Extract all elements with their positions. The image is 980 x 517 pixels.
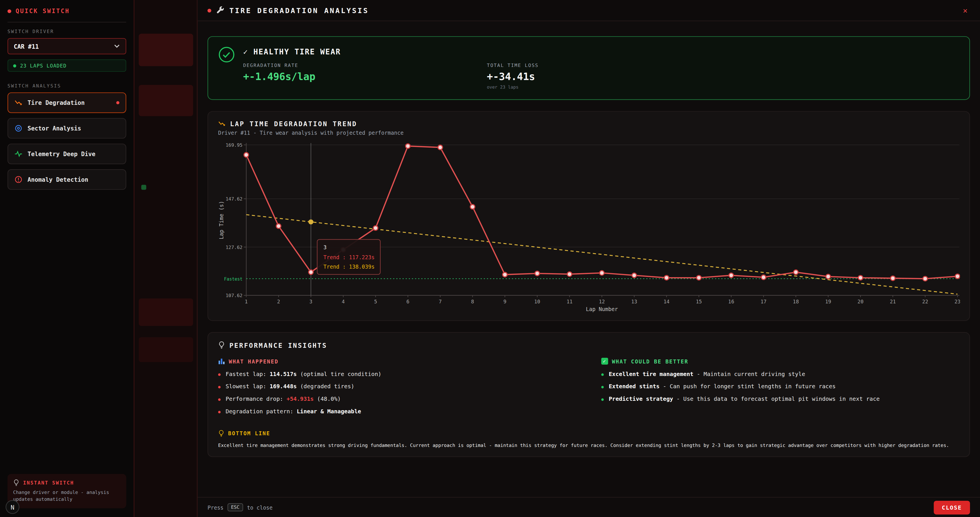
svg-text:17: 17 — [760, 299, 767, 304]
tooltip-lap-number: 3 — [323, 244, 375, 251]
modal-header: TIRE DEGRADATION ANALYSIS ✕ — [197, 0, 980, 21]
svg-text:15: 15 — [696, 299, 702, 304]
pulse-icon — [14, 150, 22, 158]
close-button[interactable]: CLOSE — [934, 501, 970, 514]
tooltip-row: Trend : 117.223s — [323, 254, 375, 260]
total-time-loss-value: +-34.41s — [487, 71, 539, 82]
what-could-be-better-header: ✓ WHAT COULD BE BETTER — [601, 358, 959, 365]
switch-analysis-label: SWITCH ANALYSIS — [7, 83, 126, 89]
chevron-down-icon — [114, 44, 120, 49]
module-label: Anomaly Detection — [27, 176, 88, 183]
performance-insights-card: PERFORMANCE INSIGHTS WHAT HAPPENED — [208, 332, 970, 457]
bullet-icon — [601, 373, 604, 376]
degradation-rate-label: DEGRADATION RATE — [243, 62, 487, 68]
press-label: Press — [208, 504, 224, 511]
bullet-icon — [218, 386, 221, 389]
active-status-dot — [116, 101, 119, 104]
total-time-loss-stat: TOTAL TIME LOSS +-34.41s over 23 laps — [487, 62, 539, 90]
alert-icon — [14, 176, 22, 184]
module-telemetry-deep-dive[interactable]: Telemetry Deep Dive — [7, 144, 126, 164]
tire-degradation-modal: TIRE DEGRADATION ANALYSIS ✕ ✓ HEALTHY TI… — [197, 0, 980, 517]
instant-switch-label: INSTANT SWITCH — [23, 480, 74, 486]
lightbulb-icon — [13, 479, 19, 487]
target-icon — [14, 124, 22, 132]
to-close-label: to close — [247, 504, 273, 511]
chart-title: LAP TIME DEGRADATION TREND — [230, 120, 357, 127]
instant-switch-title: INSTANT SWITCH — [13, 479, 121, 487]
bottom-line-title: BOTTOM LINE — [228, 430, 270, 436]
check-circle-icon — [218, 46, 235, 63]
total-time-loss-label: TOTAL TIME LOSS — [487, 62, 539, 68]
background-panel — [139, 85, 193, 116]
insight-item: Degradation pattern: Linear & Manageable — [218, 409, 576, 415]
insight-item: Performance drop: +54.931s (48.0%) — [218, 396, 576, 402]
svg-text:20: 20 — [858, 299, 863, 304]
svg-text:8: 8 — [471, 299, 474, 304]
svg-text:107.62: 107.62 — [226, 293, 242, 298]
background-panel — [139, 33, 193, 66]
sidebar-title: QUICK SWITCH — [7, 6, 126, 14]
module-anomaly-detection[interactable]: Anomaly Detection — [7, 169, 126, 190]
lap-time-chart-card: LAP TIME DEGRADATION TREND Driver #11 - … — [208, 111, 970, 321]
svg-text:1: 1 — [245, 299, 248, 304]
svg-text:Lap Time (s): Lap Time (s) — [218, 201, 224, 239]
svg-text:2: 2 — [277, 299, 280, 304]
lap-time-degradation-chart[interactable]: 107.62127.62147.62169.951234567891011121… — [218, 140, 960, 312]
bullet-icon — [601, 398, 604, 401]
total-time-loss-sub: over 23 laps — [487, 85, 539, 90]
degradation-rate-value: +-1.496s/lap — [243, 71, 487, 82]
svg-text:3: 3 — [309, 299, 312, 304]
svg-text:23: 23 — [955, 299, 960, 304]
module-tire-degradation[interactable]: Tire Degradation — [7, 92, 126, 113]
chart-tooltip: 3 Trend : 117.223s Trend : 138.039s — [317, 239, 381, 275]
instant-switch-description: Change driver or module - analysis updat… — [13, 490, 121, 503]
dimmed-background — [135, 0, 197, 517]
lightbulb-icon — [218, 430, 224, 437]
module-sector-analysis[interactable]: Sector Analysis — [7, 118, 126, 138]
svg-text:127.62: 127.62 — [226, 245, 242, 250]
insight-item: Slowest lap: 169.448s (degraded tires) — [218, 384, 576, 390]
insights-title-row: PERFORMANCE INSIGHTS — [218, 341, 959, 349]
chart-subtitle: Driver #11 - Tire wear analysis with pro… — [218, 130, 959, 136]
bottom-line-header: BOTTOM LINE — [218, 430, 959, 437]
summary-stats: DEGRADATION RATE +-1.496s/lap TOTAL TIME… — [243, 62, 959, 90]
svg-text:5: 5 — [374, 299, 377, 304]
svg-text:4: 4 — [342, 299, 345, 304]
modal-footer: Press ESC to close CLOSE — [197, 497, 980, 517]
red-dot-icon — [7, 9, 11, 13]
quick-switch-sidebar: QUICK SWITCH SWITCH DRIVER CAR #11 23 LA… — [0, 0, 134, 517]
what-could-be-better-title: WHAT COULD BE BETTER — [612, 358, 688, 364]
bullet-icon — [218, 373, 221, 376]
healthy-tire-wear-card: ✓ HEALTHY TIRE WEAR DEGRADATION RATE +-1… — [208, 36, 970, 100]
svg-text:13: 13 — [631, 299, 637, 304]
trend-down-icon — [14, 98, 22, 106]
what-happened-column: WHAT HAPPENED Fastest lap: 114.517s (opt… — [218, 358, 576, 421]
svg-text:11: 11 — [566, 299, 573, 304]
driver-select[interactable]: CAR #11 — [7, 38, 126, 54]
close-icon[interactable]: ✕ — [961, 5, 970, 16]
svg-text:9: 9 — [503, 299, 506, 304]
bottom-line-text: Excellent tire management demonstrates s… — [218, 442, 959, 448]
svg-text:10: 10 — [535, 299, 540, 304]
background-marker — [141, 185, 146, 190]
insight-item: Extended stints - Can push for longer st… — [601, 384, 959, 390]
background-panel — [139, 298, 193, 326]
bottom-line-section: BOTTOM LINE Excellent tire management de… — [218, 430, 959, 448]
chart-title-row: LAP TIME DEGRADATION TREND — [218, 120, 959, 127]
esc-key-hint: ESC — [227, 503, 243, 511]
modal-title: TIRE DEGRADATION ANALYSIS — [229, 6, 369, 15]
module-label: Sector Analysis — [27, 125, 81, 132]
chart-area: 107.62127.62147.62169.951234567891011121… — [218, 140, 960, 312]
svg-text:16: 16 — [728, 299, 734, 304]
check-square-icon: ✓ — [601, 358, 608, 365]
laps-loaded-badge: 23 LAPS LOADED — [7, 59, 126, 72]
svg-text:21: 21 — [890, 299, 896, 304]
summary-title: ✓ HEALTHY TIRE WEAR — [243, 48, 959, 56]
chart-down-icon — [218, 120, 226, 127]
module-label: Tire Degradation — [27, 100, 85, 106]
bullet-icon — [601, 386, 604, 389]
red-dot-icon — [208, 8, 211, 12]
degradation-rate-stat: DEGRADATION RATE +-1.496s/lap — [243, 62, 487, 90]
notification-badge[interactable]: N — [6, 500, 19, 514]
modal-body: ✓ HEALTHY TIRE WEAR DEGRADATION RATE +-1… — [197, 21, 980, 497]
